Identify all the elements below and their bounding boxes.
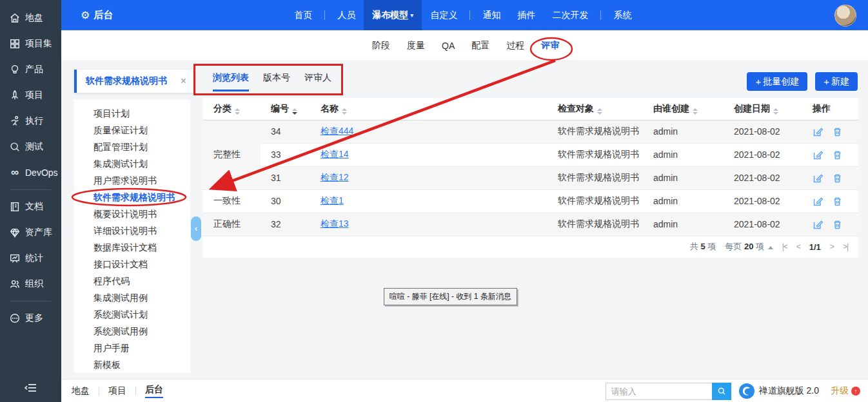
- list-item[interactable]: 新模板: [74, 356, 190, 373]
- trash-icon[interactable]: [832, 219, 843, 230]
- trash-icon[interactable]: [832, 173, 843, 184]
- sort-icon-desc[interactable]: [292, 108, 297, 115]
- create-button[interactable]: + 新建: [815, 72, 858, 91]
- app-window: 地盘 项目集 产品 项目 执行 测试 ∞: [0, 0, 868, 402]
- category-cell: 正确性: [203, 213, 261, 236]
- product-bulb-icon: [9, 64, 21, 75]
- last-page-button[interactable]: >|: [843, 242, 848, 251]
- subnav-process[interactable]: 过程: [506, 40, 524, 52]
- top-menu-custom[interactable]: 自定义: [422, 0, 466, 30]
- list-item-active[interactable]: 软件需求规格说明书: [74, 189, 190, 206]
- col-target[interactable]: 检查对象: [547, 98, 643, 120]
- search-input[interactable]: [606, 383, 712, 400]
- top-menu-people[interactable]: 人员: [329, 0, 364, 30]
- check-name-link[interactable]: 检查14: [321, 149, 349, 159]
- sort-icon[interactable]: [342, 108, 347, 115]
- program-grid-icon: [9, 38, 21, 50]
- next-page-button[interactable]: >: [830, 242, 834, 251]
- top-menu-dev[interactable]: 二次开发: [544, 0, 597, 30]
- sidebar-item-test[interactable]: 测试: [0, 134, 61, 160]
- sort-icon[interactable]: [773, 108, 778, 115]
- sidebar-collapse-button[interactable]: [0, 374, 61, 402]
- edit-icon[interactable]: [813, 196, 824, 207]
- target-cell: 软件需求规格说明书: [547, 120, 643, 143]
- close-icon[interactable]: ×: [181, 75, 186, 87]
- user-avatar[interactable]: [834, 5, 856, 26]
- edit-icon[interactable]: [813, 219, 824, 230]
- list-item[interactable]: 详细设计说明书: [74, 222, 190, 239]
- subnav-config[interactable]: 配置: [471, 40, 489, 52]
- collapse-menu-icon: [25, 382, 37, 394]
- search-button[interactable]: [712, 383, 731, 400]
- subnav-measure[interactable]: 度量: [407, 40, 425, 52]
- sidebar-item-project[interactable]: 项目: [0, 82, 61, 108]
- doc-template-tab[interactable]: 软件需求规格说明书 ×: [74, 70, 193, 93]
- edit-icon[interactable]: [813, 149, 824, 160]
- panel-collapse-handle[interactable]: ‹: [191, 216, 201, 241]
- status-nav-admin[interactable]: 后台: [145, 384, 163, 398]
- top-menu-home[interactable]: 首页: [286, 0, 321, 30]
- per-page-selector[interactable]: 每页 20 项: [725, 241, 773, 253]
- list-item[interactable]: 概要设计说明书: [74, 206, 190, 222]
- upgrade-link[interactable]: 升级 ↑: [831, 385, 860, 397]
- subnav-review[interactable]: 评审: [541, 40, 559, 52]
- top-menu-notify[interactable]: 通知: [474, 0, 509, 30]
- check-name-link[interactable]: 检查12: [321, 172, 349, 182]
- first-page-button[interactable]: |<: [782, 242, 787, 251]
- list-item[interactable]: 系统测试计划: [74, 306, 190, 323]
- sidebar-item-execution[interactable]: 执行: [0, 108, 61, 134]
- list-item[interactable]: 数据库设计文档: [74, 239, 190, 256]
- sidebar-item-doc[interactable]: 文档: [0, 194, 61, 220]
- sidebar-item-more[interactable]: 更多: [0, 305, 61, 331]
- col-creator[interactable]: 由谁创建: [643, 98, 724, 120]
- status-nav-home[interactable]: 地盘: [72, 385, 90, 397]
- list-item[interactable]: 质量保证计划: [74, 122, 190, 139]
- subnav-stage[interactable]: 阶段: [372, 40, 390, 52]
- trash-icon[interactable]: [832, 149, 843, 160]
- edit-icon[interactable]: [813, 126, 824, 137]
- batch-create-button[interactable]: + 批量创建: [747, 72, 807, 91]
- list-item[interactable]: 用户需求说明书: [74, 172, 190, 189]
- sidebar-item-assets[interactable]: 资产库: [0, 220, 61, 245]
- top-menu-system[interactable]: 系统: [605, 0, 640, 30]
- trash-icon[interactable]: [832, 196, 843, 207]
- sort-icon[interactable]: [235, 108, 240, 115]
- list-item[interactable]: 配置管理计划: [74, 139, 190, 155]
- list-item[interactable]: 系统测试用例: [74, 323, 190, 340]
- sidebar-item-program[interactable]: 项目集: [0, 31, 61, 57]
- tab-browse-list[interactable]: 浏览列表: [213, 72, 249, 91]
- list-item[interactable]: 集成测试用例: [74, 289, 190, 306]
- check-name-link[interactable]: 检查444: [321, 126, 353, 136]
- col-id[interactable]: 编号: [261, 98, 310, 120]
- sort-icon[interactable]: [693, 108, 698, 115]
- trash-icon[interactable]: [832, 126, 843, 137]
- list-item[interactable]: 集成测试计划: [74, 155, 190, 172]
- edit-icon[interactable]: [813, 173, 824, 184]
- target-cell: 软件需求规格说明书: [547, 189, 643, 213]
- top-menu-waterfall-model[interactable]: 瀑布模型▾: [364, 0, 422, 30]
- sidebar-item-devops[interactable]: ∞ DevOps: [0, 160, 61, 186]
- col-name[interactable]: 名称: [310, 98, 547, 120]
- list-item[interactable]: 程序代码: [74, 273, 190, 289]
- sort-icon[interactable]: [597, 108, 602, 115]
- sidebar-item-stats[interactable]: 统计: [0, 245, 61, 271]
- top-menu-plugin[interactable]: 插件: [509, 0, 544, 30]
- tab-reviewer[interactable]: 评审人: [304, 72, 331, 91]
- list-item[interactable]: 用户手册: [74, 340, 190, 356]
- sidebar-item-home[interactable]: 地盘: [0, 5, 61, 31]
- list-item[interactable]: 接口设计文档: [74, 256, 190, 273]
- sidebar-item-org[interactable]: 组织: [0, 271, 61, 297]
- col-category[interactable]: 分类: [203, 98, 261, 120]
- list-item[interactable]: 项目计划: [74, 105, 190, 122]
- prev-page-button[interactable]: <: [796, 242, 800, 251]
- status-nav-project[interactable]: 项目: [108, 385, 126, 397]
- col-date[interactable]: 创建日期: [724, 98, 802, 120]
- table-row: 完整性 34 检查444 软件需求规格说明书 admin 2021-08-02: [203, 120, 858, 143]
- tab-version[interactable]: 版本号: [263, 72, 290, 91]
- sidebar-item-product[interactable]: 产品: [0, 57, 61, 82]
- asset-gem-icon: [9, 227, 21, 238]
- subnav-qa[interactable]: QA: [442, 41, 455, 51]
- check-name-link[interactable]: 检查13: [321, 218, 349, 229]
- check-name-link[interactable]: 检查1: [321, 195, 344, 206]
- col-ops: 操作: [802, 98, 858, 120]
